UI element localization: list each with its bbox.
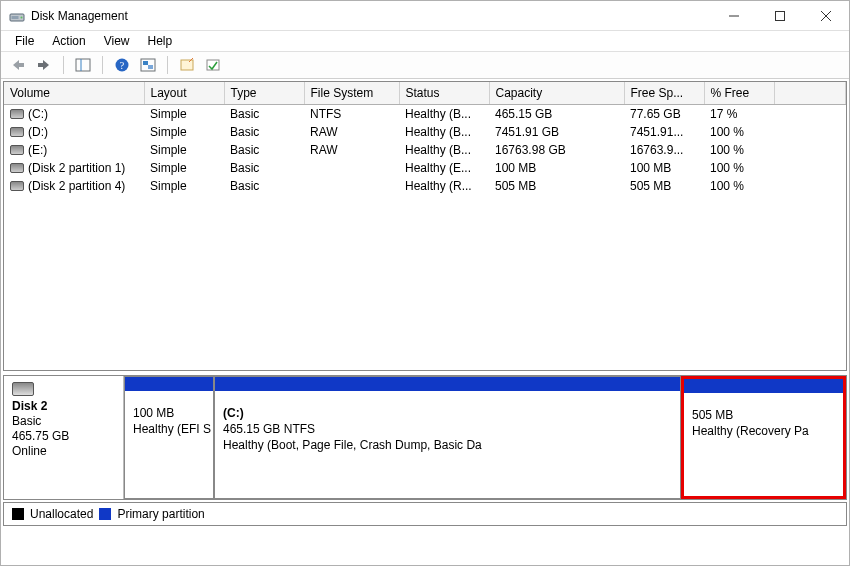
toolbar-separator <box>63 56 64 74</box>
col-status[interactable]: Status <box>399 82 489 105</box>
cell-type: Basic <box>224 123 304 141</box>
col-volume[interactable]: Volume <box>4 82 144 105</box>
volume-icon <box>10 145 24 155</box>
toolbar-separator <box>102 56 103 74</box>
cell-pct: 100 % <box>704 159 774 177</box>
cell-volume: (C:) <box>4 105 144 124</box>
svg-rect-1 <box>12 16 19 19</box>
cell-capacity: 100 MB <box>489 159 624 177</box>
menubar: File Action View Help <box>1 31 849 51</box>
volume-icon <box>10 181 24 191</box>
cell-free: 505 MB <box>624 177 704 195</box>
maximize-button[interactable] <box>757 1 803 30</box>
minimize-button[interactable] <box>711 1 757 30</box>
svg-rect-7 <box>18 63 24 67</box>
col-pctfree[interactable]: % Free <box>704 82 774 105</box>
close-button[interactable] <box>803 1 849 30</box>
volume-name: (Disk 2 partition 1) <box>28 161 125 175</box>
volume-table: Volume Layout Type File System Status Ca… <box>4 82 846 195</box>
table-row[interactable]: (E:)SimpleBasicRAWHealthy (B...16763.98 … <box>4 141 846 159</box>
column-header-row[interactable]: Volume Layout Type File System Status Ca… <box>4 82 846 105</box>
col-filesystem[interactable]: File System <box>304 82 399 105</box>
col-layout[interactable]: Layout <box>144 82 224 105</box>
partition-size: 100 MB <box>133 405 205 421</box>
svg-rect-15 <box>148 65 153 69</box>
cell-free: 7451.91... <box>624 123 704 141</box>
cell-free: 16763.9... <box>624 141 704 159</box>
disk-type: Basic <box>12 414 115 428</box>
svg-rect-9 <box>76 59 90 71</box>
col-type[interactable]: Type <box>224 82 304 105</box>
disk-graphical-view[interactable]: Disk 2 Basic 465.75 GB Online 100 MB Hea… <box>3 375 847 500</box>
titlebar: Disk Management <box>1 1 849 31</box>
cell-type: Basic <box>224 177 304 195</box>
table-row[interactable]: (D:)SimpleBasicRAWHealthy (B...7451.91 G… <box>4 123 846 141</box>
cell-type: Basic <box>224 141 304 159</box>
menu-view[interactable]: View <box>96 32 138 50</box>
partition-header <box>684 379 843 393</box>
cell-fs: NTFS <box>304 105 399 124</box>
disk-state: Online <box>12 444 115 458</box>
col-capacity[interactable]: Capacity <box>489 82 624 105</box>
disk-name: Disk 2 <box>12 399 115 413</box>
cell-fs: RAW <box>304 123 399 141</box>
svg-point-2 <box>21 16 23 18</box>
cell-volume: (D:) <box>4 123 144 141</box>
volume-name: (C:) <box>28 107 48 121</box>
svg-rect-4 <box>776 11 785 20</box>
menu-file[interactable]: File <box>7 32 42 50</box>
cell-layout: Simple <box>144 123 224 141</box>
col-freespace[interactable]: Free Sp... <box>624 82 704 105</box>
partition-recovery-highlighted[interactable]: 505 MB Healthy (Recovery Pa <box>681 376 846 499</box>
partition-header <box>215 377 680 391</box>
help-button[interactable]: ? <box>111 54 133 76</box>
properties-button[interactable] <box>176 54 198 76</box>
cell-capacity: 16763.98 GB <box>489 141 624 159</box>
partition-status: Healthy (Boot, Page File, Crash Dump, Ba… <box>223 437 672 453</box>
volume-name: (Disk 2 partition 4) <box>28 179 125 193</box>
menu-help[interactable]: Help <box>140 32 181 50</box>
nav-back-button[interactable] <box>7 54 29 76</box>
cell-free: 77.65 GB <box>624 105 704 124</box>
cell-status: Healthy (E... <box>399 159 489 177</box>
cell-pct: 100 % <box>704 123 774 141</box>
cell-layout: Simple <box>144 159 224 177</box>
svg-rect-8 <box>38 63 44 67</box>
cell-capacity: 465.15 GB <box>489 105 624 124</box>
legend-label-primary: Primary partition <box>117 507 204 521</box>
legend-swatch-primary <box>99 508 111 520</box>
svg-text:?: ? <box>120 60 125 71</box>
partition-size: 465.15 GB NTFS <box>223 421 672 437</box>
nav-forward-button[interactable] <box>33 54 55 76</box>
cell-fs <box>304 159 399 177</box>
cell-volume: (E:) <box>4 141 144 159</box>
settings-button[interactable] <box>202 54 224 76</box>
toolbar: ? <box>1 51 849 79</box>
table-row[interactable]: (Disk 2 partition 4)SimpleBasicHealthy (… <box>4 177 846 195</box>
legend-swatch-unallocated <box>12 508 24 520</box>
cell-layout: Simple <box>144 105 224 124</box>
cell-layout: Simple <box>144 177 224 195</box>
cell-type: Basic <box>224 105 304 124</box>
toolbar-separator <box>167 56 168 74</box>
legend: Unallocated Primary partition <box>3 502 847 526</box>
table-row[interactable]: (C:)SimpleBasicNTFSHealthy (B...465.15 G… <box>4 105 846 124</box>
partition-efi[interactable]: 100 MB Healthy (EFI S <box>124 376 214 499</box>
table-row[interactable]: (Disk 2 partition 1)SimpleBasicHealthy (… <box>4 159 846 177</box>
volume-list[interactable]: Volume Layout Type File System Status Ca… <box>3 81 847 371</box>
cell-fs <box>304 177 399 195</box>
volume-icon <box>10 109 24 119</box>
disk-size: 465.75 GB <box>12 429 115 443</box>
cell-status: Healthy (B... <box>399 123 489 141</box>
partition-header <box>125 377 213 391</box>
app-icon <box>9 8 25 24</box>
cell-layout: Simple <box>144 141 224 159</box>
menu-action[interactable]: Action <box>44 32 93 50</box>
cell-volume: (Disk 2 partition 4) <box>4 177 144 195</box>
cell-volume: (Disk 2 partition 1) <box>4 159 144 177</box>
refresh-button[interactable] <box>137 54 159 76</box>
show-hide-console-tree-button[interactable] <box>72 54 94 76</box>
cell-status: Healthy (R... <box>399 177 489 195</box>
disk-info-panel[interactable]: Disk 2 Basic 465.75 GB Online <box>4 376 124 499</box>
partition-c[interactable]: (C:) 465.15 GB NTFS Healthy (Boot, Page … <box>214 376 681 499</box>
